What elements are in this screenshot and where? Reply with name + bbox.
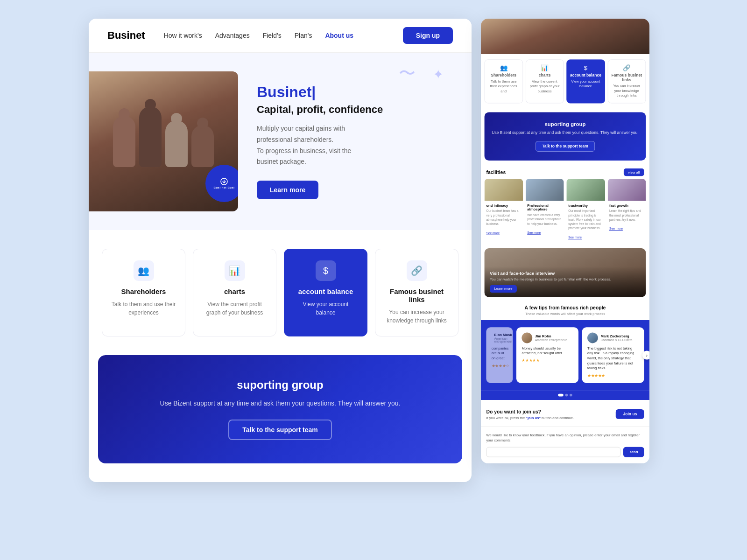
navbar: Businet How it work's Advantages Field's… [89,19,472,53]
hero-title-cursor: | [311,84,316,100]
rp-author-role-1: American entrepreneur [535,338,567,342]
rp-facilities-title: facilities [486,170,506,175]
rp-see-more-4[interactable]: See more [609,227,623,231]
rp-see-more-2[interactable]: See more [527,231,541,234]
support-title: suporting group [237,378,323,392]
rp-join-section: Do you want to join us? If you were ok, … [481,400,649,427]
badge-arrow-icon [220,178,228,185]
rp-facility-title-2: Professional atmosphere [527,203,562,211]
rp-author-role-2: Chairman & CEO Meta [601,338,633,342]
carousel-next-arrow[interactable]: › [642,351,649,360]
rp-tips-header: A few tips from famous rich people These… [481,302,649,320]
people-group [113,106,214,176]
rp-quote-text-0: companies are built on great [492,346,507,361]
nav-about[interactable]: About us [325,32,353,39]
rp-facility-card-1: ond intimacy Our businet team has a very… [485,179,523,243]
feature-desc-account-balance: View your account balance [293,300,359,317]
nav-fields[interactable]: Field's [263,32,282,39]
rp-facility-title-1: ond intimacy [486,203,521,208]
rp-hero-image [481,19,649,54]
rp-view-all-button[interactable]: view all [624,168,644,176]
feature-desc-links: You can increase your knowledge through … [384,308,450,325]
rp-tips-desc: These valuable words will affect your wo… [486,312,644,316]
nav-advantages[interactable]: Advantages [215,32,250,39]
rp-author-name-2: Mark Zuckerberg [601,334,633,338]
rp-charts-icon: 📊 [529,64,561,71]
rp-feedback-input[interactable] [486,447,620,457]
rp-see-more-3[interactable]: See more [568,236,582,239]
rp-join-link[interactable]: "join us" [526,416,541,420]
hero-title: Businet| [257,84,444,101]
rp-author-info-1: Jim Rohn American entrepreneur [535,334,567,341]
deco-squiggle: 〜 [399,62,416,85]
rp-feedback-section: We would like to know your feedback, if … [481,427,649,463]
rp-author-role-0: American entrepreneur [494,337,512,343]
rp-facility-info-3: trustworthy Our most important principle… [566,201,605,243]
rp-author-name-1: Jim Rohn [535,334,567,338]
rp-quote-author-0: Elon Musk American entrepreneur [492,333,507,343]
rp-stars-2: ★★★★★ [587,373,639,378]
rp-quotes-carousel: Elon Musk American entrepreneur companie… [481,320,649,390]
rp-feedback-row: send [486,447,644,457]
rp-facility-img-3 [566,179,605,201]
rp-links-icon: 🔗 [611,64,643,71]
rp-author-info-2: Mark Zuckerberg Chairman & CEO Meta [601,334,633,341]
feature-card-shareholders[interactable]: 👥 Shareholders Talk to them and use thei… [102,249,185,336]
rp-feat-links[interactable]: 🔗 Famous businet links You can increase … [607,59,646,103]
support-button[interactable]: Talk to the support team [228,420,332,440]
rp-send-button[interactable]: send [623,447,644,457]
rp-interview-banner: Visit and face-to-face interview You can… [485,248,646,297]
feature-card-links[interactable]: 🔗 Famous businet links You can increase … [375,249,458,336]
person-2 [139,106,162,167]
rp-feat-desc-shareholders: Talk to them use their experiences and [487,79,520,94]
feature-card-account-balance[interactable]: $ account balance View your account bala… [284,249,367,336]
rp-avatar-1 [521,333,532,343]
rp-facility-desc-4: Learn the right tips and the most profes… [609,209,644,222]
rp-feat-desc-balance: View your account balance [570,79,602,89]
rp-facility-title-3: trustworthy [568,203,603,208]
rp-join-button[interactable]: Join us [616,409,644,419]
learn-more-button[interactable]: Learn more [257,181,318,199]
hero-section: Busi·net Busi 〜 ✦ Businet| Capital, prof… [89,53,472,230]
rp-dot-3[interactable] [570,394,572,397]
rp-facility-info-1: ond intimacy Our businet team has a very… [485,201,523,239]
rp-facility-img-4 [607,179,646,201]
hero-content: 〜 ✦ Businet| Capital, profit, confidence… [257,84,453,199]
rp-dot-2[interactable] [565,394,568,397]
rp-stars-1: ★★★★★ [521,358,573,363]
rp-author-name-0: Elon Musk [494,333,512,337]
nav-plans[interactable]: Plan's [295,32,312,39]
feature-title-shareholders: Shareholders [121,287,166,295]
rp-facility-desc-3: Our most important principle is trading … [568,209,603,231]
rp-interview-button[interactable]: Learn more [490,285,517,293]
rp-facility-card-2: Professional atmosphere We have created … [525,179,564,243]
rp-feedback-description: We would like to know your feedback, if … [486,433,644,443]
rp-feat-title-links: Famous businet links [611,73,643,82]
rp-facility-desc-2: We have created a very professional atmo… [527,213,562,226]
hero-subtitle: Capital, profit, confidence [257,104,444,116]
feature-card-charts[interactable]: 📊 charts View the current profit graph o… [193,249,276,336]
rp-feat-shareholders[interactable]: 👥 Shareholders Talk to them use their ex… [485,59,523,103]
rp-facility-title-4: fast growth [609,203,644,208]
rp-feat-balance[interactable]: $ account balance View your account bala… [566,59,605,103]
rp-feat-desc-links: You can increase your knowledge through … [611,84,643,98]
rp-avatar-2 [587,333,598,343]
signup-button[interactable]: Sign up [403,27,453,44]
rp-quote-author-2: Mark Zuckerberg Chairman & CEO Meta [587,333,639,343]
rp-dot-1[interactable] [558,394,563,397]
hero-image: Busi·net Busi [89,71,238,211]
rp-feat-charts[interactable]: 📊 charts View the current profit graph o… [525,59,564,103]
rp-feat-desc-charts: View the current profit graph of your bu… [529,79,561,94]
rp-see-more-1[interactable]: See more [486,231,500,235]
person-4 [191,125,214,167]
rp-facility-img-1 [485,179,523,201]
hero-description: Multiply your capital gains with profess… [257,123,444,168]
rp-interview-desc: You can watch the meetings in business t… [490,277,641,281]
rp-facilities-header: facilities view all [481,164,649,179]
rp-join-text-group: Do you want to join us? If you were ok, … [486,409,574,420]
rp-feat-title-balance: account balance [570,73,602,78]
nav-how-it-works[interactable]: How it work's [164,32,202,39]
rp-support-button[interactable]: Talk to the support team [536,141,595,152]
nav-links: How it work's Advantages Field's Plan's … [164,32,403,39]
left-panel: Businet How it work's Advantages Field's… [89,19,472,482]
